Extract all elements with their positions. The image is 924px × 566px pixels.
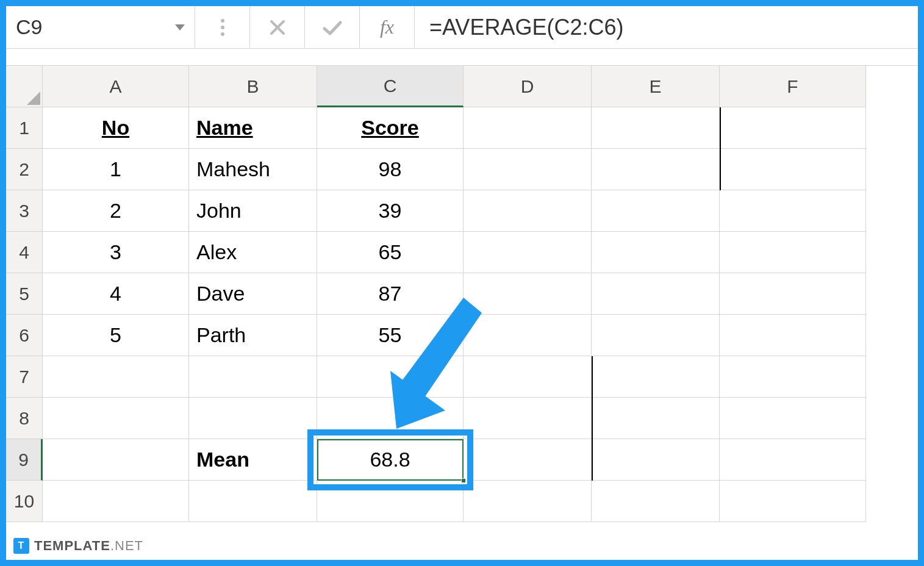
cell-F2[interactable] bbox=[720, 149, 866, 190]
col-header-C[interactable]: C bbox=[317, 66, 464, 107]
cell-E8[interactable] bbox=[592, 398, 720, 439]
svg-point-2 bbox=[221, 32, 224, 36]
svg-point-1 bbox=[221, 26, 224, 29]
cell-D6[interactable] bbox=[464, 315, 592, 356]
cell-D2[interactable] bbox=[464, 149, 592, 190]
formula-input[interactable]: =AVERAGE(C2:C6) bbox=[415, 6, 918, 48]
cell-B7[interactable] bbox=[189, 356, 317, 398]
cell-A5[interactable]: 4 bbox=[43, 273, 189, 315]
cell-A7[interactable] bbox=[43, 356, 189, 398]
cell-C5[interactable]: 87 bbox=[317, 273, 464, 315]
cell-C8[interactable] bbox=[317, 398, 464, 439]
stray-border bbox=[720, 107, 721, 190]
cell-B3[interactable]: John bbox=[189, 190, 317, 232]
cell-A4[interactable]: 3 bbox=[43, 232, 189, 273]
row-header-1[interactable]: 1 bbox=[6, 107, 43, 149]
cell-E9[interactable] bbox=[592, 439, 720, 481]
cell-C3[interactable]: 39 bbox=[317, 190, 464, 232]
cell-A9[interactable] bbox=[43, 439, 189, 481]
row-header-7[interactable]: 7 bbox=[6, 356, 43, 398]
spreadsheet-grid[interactable]: A B C D E F 1 No Name Score 2 1 Mahesh 9… bbox=[6, 66, 918, 522]
cell-B8[interactable] bbox=[189, 398, 317, 439]
cell-F5[interactable] bbox=[720, 273, 866, 315]
more-button[interactable] bbox=[195, 6, 250, 48]
watermark-suffix: .NET bbox=[110, 538, 143, 553]
watermark: T TEMPLATE.NET bbox=[13, 538, 143, 554]
watermark-brand: TEMPLATE bbox=[34, 538, 110, 553]
cell-D5[interactable] bbox=[464, 273, 592, 315]
row-header-10[interactable]: 10 bbox=[6, 481, 43, 522]
cell-B5[interactable]: Dave bbox=[189, 273, 317, 315]
cell-E1[interactable] bbox=[592, 107, 720, 149]
col-header-B[interactable]: B bbox=[189, 66, 317, 107]
formula-bar: C9 fx =AVERAGE(C2:C6) bbox=[6, 6, 918, 49]
cell-D9[interactable] bbox=[464, 439, 592, 481]
cell-C9[interactable]: 68.8 bbox=[317, 439, 464, 481]
cell-F10[interactable] bbox=[720, 481, 866, 522]
row-header-2[interactable]: 2 bbox=[6, 149, 43, 190]
enter-button[interactable] bbox=[305, 6, 360, 48]
cell-B2[interactable]: Mahesh bbox=[189, 149, 317, 190]
cell-D10[interactable] bbox=[464, 481, 592, 522]
row-header-8[interactable]: 8 bbox=[6, 398, 43, 439]
cell-A6[interactable]: 5 bbox=[43, 315, 189, 356]
fx-icon-label: fx bbox=[380, 16, 394, 38]
fx-button[interactable]: fx bbox=[360, 6, 415, 48]
col-header-F[interactable]: F bbox=[720, 66, 866, 107]
cell-B10[interactable] bbox=[189, 481, 317, 522]
row-header-5[interactable]: 5 bbox=[6, 273, 43, 315]
formula-text: =AVERAGE(C2:C6) bbox=[429, 15, 623, 40]
cell-A2[interactable]: 1 bbox=[43, 149, 189, 190]
col-header-E[interactable]: E bbox=[592, 66, 720, 107]
cell-C6[interactable]: 55 bbox=[317, 315, 464, 356]
cancel-button[interactable] bbox=[250, 6, 305, 48]
cell-F9[interactable] bbox=[720, 439, 866, 481]
cell-B1[interactable]: Name bbox=[189, 107, 317, 149]
col-header-D[interactable]: D bbox=[464, 66, 592, 107]
cell-D1[interactable] bbox=[464, 107, 592, 149]
cell-C2[interactable]: 98 bbox=[317, 149, 464, 190]
row-header-4[interactable]: 4 bbox=[6, 232, 43, 273]
cell-F6[interactable] bbox=[720, 315, 866, 356]
cell-C1[interactable]: Score bbox=[317, 107, 464, 149]
watermark-logo-icon: T bbox=[13, 538, 29, 554]
row-header-3[interactable]: 3 bbox=[6, 190, 43, 232]
cell-F8[interactable] bbox=[720, 398, 866, 439]
cell-F1[interactable] bbox=[720, 107, 866, 149]
cell-F7[interactable] bbox=[720, 356, 866, 398]
svg-point-0 bbox=[221, 19, 224, 23]
cell-D4[interactable] bbox=[464, 232, 592, 273]
row-header-9[interactable]: 9 bbox=[6, 439, 43, 481]
cell-A8[interactable] bbox=[43, 398, 189, 439]
cell-E10[interactable] bbox=[592, 481, 720, 522]
cell-E2[interactable] bbox=[592, 149, 720, 190]
cell-B4[interactable]: Alex bbox=[189, 232, 317, 273]
app-frame: C9 fx =AVERAGE(C2:C6) A B C D E F bbox=[0, 0, 924, 566]
cell-A3[interactable]: 2 bbox=[43, 190, 189, 232]
cell-C10[interactable] bbox=[317, 481, 464, 522]
col-header-A[interactable]: A bbox=[43, 66, 189, 107]
dropdown-icon[interactable] bbox=[175, 24, 185, 30]
cell-E4[interactable] bbox=[592, 232, 720, 273]
cell-B9[interactable]: Mean bbox=[189, 439, 317, 481]
cell-D8[interactable] bbox=[464, 398, 592, 439]
cell-E3[interactable] bbox=[592, 190, 720, 232]
fill-handle[interactable] bbox=[461, 478, 466, 483]
cell-B6[interactable]: Parth bbox=[189, 315, 317, 356]
select-all-corner[interactable] bbox=[6, 66, 43, 107]
cell-D7[interactable] bbox=[464, 356, 592, 398]
cell-E7[interactable] bbox=[592, 356, 720, 398]
spacer bbox=[6, 49, 918, 66]
cell-C7[interactable] bbox=[317, 356, 464, 398]
name-box[interactable]: C9 bbox=[6, 6, 195, 48]
cell-C4[interactable]: 65 bbox=[317, 232, 464, 273]
cell-F4[interactable] bbox=[720, 232, 866, 273]
row-header-6[interactable]: 6 bbox=[6, 315, 43, 356]
cell-E5[interactable] bbox=[592, 273, 720, 315]
cell-F3[interactable] bbox=[720, 190, 866, 232]
cell-A10[interactable] bbox=[43, 481, 189, 522]
cell-A1[interactable]: No bbox=[43, 107, 189, 149]
name-box-value: C9 bbox=[16, 15, 175, 39]
cell-D3[interactable] bbox=[464, 190, 592, 232]
cell-E6[interactable] bbox=[592, 315, 720, 356]
